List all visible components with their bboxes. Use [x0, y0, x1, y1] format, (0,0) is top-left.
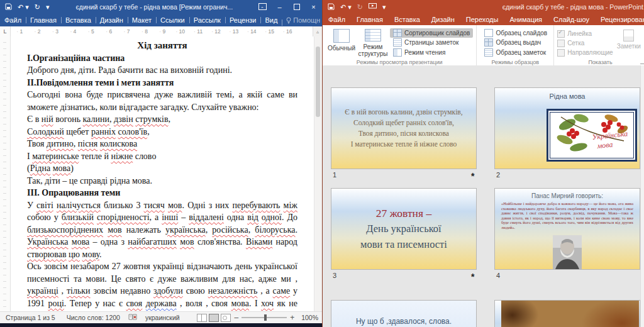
zoom-slider-thumb[interactable]: [264, 314, 267, 321]
customize-qat-icon[interactable]: ▾: [382, 4, 386, 11]
status-right-cluster: – + 100%: [195, 313, 322, 322]
tab-selector[interactable]: L: [0, 26, 11, 36]
word-ribbon-tab[interactable]: Ссылки: [156, 14, 189, 26]
doc-text: ): [70, 164, 74, 173]
ruler-toggle-icon[interactable]: ▵: [313, 26, 322, 36]
close-button[interactable]: ×: [305, 0, 322, 14]
normal-view-button[interactable]: Обычный: [326, 27, 357, 57]
redo-icon[interactable]: ↻: [357, 4, 363, 11]
group-label: Режимы просмотра презентации: [323, 59, 476, 65]
ppt-ribbon-tab[interactable]: Рецензирование: [595, 14, 644, 25]
scrollbar-thumb[interactable]: [316, 47, 320, 117]
slide-thumbnail-4[interactable]: Панас Мирний говорить: «Найбільше і найд…: [495, 189, 640, 269]
slide-thumbnail-6[interactable]: [495, 301, 640, 327]
zoom-slider[interactable]: [242, 317, 287, 318]
doc-paragraph[interactable]: Так, діти – це справді рідна мова.: [27, 175, 297, 187]
doc-paragraph[interactable]: Доброго дня, діти. Рада бачити вас на ви…: [27, 64, 297, 77]
read-mode-icon[interactable]: [197, 314, 207, 322]
misspelled-word: українська: [165, 225, 206, 235]
slide-sorter-button[interactable]: Сортировщик слайдов: [390, 28, 473, 38]
zoom-in-button[interactable]: +: [290, 313, 294, 322]
transition-star-icon: *: [471, 272, 474, 282]
word-tab-list: ФайлГлавнаяВставкаДизайнМакетСсылкиРассы…: [0, 14, 282, 26]
gridlines-checkbox[interactable]: Сетка: [557, 38, 613, 48]
doc-paragraph[interactable]: Твоя дитино, пісня колискова: [27, 138, 297, 150]
doc-text: . Тепер у нас є: [64, 299, 126, 308]
word-ribbon-tab[interactable]: Вставка: [61, 14, 96, 26]
page-indicator[interactable]: Страница 1 из 5: [0, 314, 61, 321]
doc-paragraph[interactable]: ІІІ. Опрацювання теми: [27, 187, 297, 199]
h-ruler-numbers[interactable]: 12345678910111213141516: [11, 26, 313, 36]
doc-paragraph[interactable]: Хід заняття: [27, 40, 297, 52]
doc-text: тепле й: [79, 152, 111, 161]
dialog-launcher-icon[interactable]: [640, 59, 644, 64]
doc-paragraph[interactable]: І.Організаційна частина: [27, 52, 297, 65]
undo-icon[interactable]: ↶ ▾: [340, 4, 352, 11]
redo-icon[interactable]: ↻: [35, 4, 40, 11]
word-ribbon-tab[interactable]: Главная: [26, 14, 61, 26]
restore-button[interactable]: [288, 0, 305, 14]
word-count[interactable]: Число слов: 1200: [61, 314, 126, 321]
zoom-level[interactable]: 100%: [301, 314, 318, 321]
misspelled-word: віддалені: [189, 213, 224, 222]
slide-thumbnail-3[interactable]: 27 жовтня – День української мови та пис…: [331, 189, 476, 269]
undo-icon[interactable]: ↶ ▾: [18, 4, 29, 11]
doc-body[interactable]: Хід заняттяІ.Організаційна частинаДоброг…: [11, 36, 314, 312]
slide4-quote: «Найбільше і найдорожче добро в кожного …: [501, 201, 633, 230]
ppt-ribbon-tab[interactable]: Анимация: [504, 14, 548, 25]
web-layout-icon[interactable]: [221, 314, 231, 322]
save-icon[interactable]: [5, 3, 12, 11]
word-ribbon-tab[interactable]: Дизайн: [96, 14, 128, 26]
group-master-views: Образец слайдов Образец выдач Образец за…: [477, 25, 554, 65]
ruler-checkbox[interactable]: Линейка: [557, 29, 613, 38]
misspelled-word: році: [48, 299, 64, 308]
ppt-ribbon-tab[interactable]: Вставка: [389, 14, 426, 25]
tab-assistant[interactable]: Помощн: [282, 16, 322, 24]
word-ribbon-tab[interactable]: Файл: [0, 14, 26, 26]
ppt-ribbon-tab[interactable]: Слайд-шоу: [548, 14, 595, 25]
ppt-ribbon-tab[interactable]: Файл: [323, 14, 351, 25]
doc-paragraph[interactable]: ІІ.Повідомлення теми і мети заняття: [27, 77, 297, 89]
misspelled-word: Віками: [246, 237, 272, 247]
zoom-out-button[interactable]: –: [234, 313, 238, 322]
notes-button[interactable]: Заметки: [613, 27, 643, 57]
doc-paragraph[interactable]: Ось зовсім незабаром 27 жовтня українці …: [27, 260, 297, 312]
slide-master-button[interactable]: Образец слайдов: [481, 28, 550, 38]
doc-paragraph[interactable]: Сьогодні вона буде присвячена дуже важли…: [27, 89, 297, 113]
slide-number: 2: [496, 171, 500, 179]
notes-page-button[interactable]: Страницы заметок: [390, 38, 473, 47]
doc-paragraph[interactable]: Є в ній вогонь калини, дзвін струмків,: [27, 113, 297, 126]
ppt-ribbon-tab[interactable]: Дизайн: [426, 14, 460, 25]
doc-text: Так, діти – це справді рідна мова.: [27, 176, 152, 186]
word-ribbon-tab[interactable]: Вид: [260, 14, 282, 26]
print-layout-icon[interactable]: [209, 314, 219, 322]
sorter-scrollbar[interactable]: [640, 65, 644, 327]
guides-checkbox[interactable]: Направляющие: [557, 48, 613, 57]
handout-master-button[interactable]: Образец выдач: [481, 38, 550, 47]
word-ribbon-tab[interactable]: Рассылк: [189, 14, 225, 26]
slide-thumbnail-5[interactable]: Ну що б ,здавалося, слова.: [331, 301, 476, 327]
doc-paragraph[interactable]: (Рідна мова): [27, 162, 297, 175]
start-slideshow-icon[interactable]: [369, 3, 377, 11]
doc-paragraph[interactable]: Солодкий щебет ранніх солов'їв,: [27, 126, 297, 138]
word-ribbon-tab[interactable]: Макет: [128, 14, 156, 26]
ppt-ribbon-tab[interactable]: Главная: [351, 14, 389, 25]
language-indicator[interactable]: украинский: [140, 314, 186, 321]
doc-paragraph[interactable]: І материнське тепле й ніжне слово: [27, 150, 297, 163]
slide-thumbnail-2[interactable]: Рідна мова: [495, 88, 640, 169]
ppt-ribbon-tab[interactable]: Переходы: [460, 14, 504, 25]
doc-paragraph[interactable]: У світі налічується близько 3 тисяч мов.…: [27, 199, 297, 261]
customize-qat-icon[interactable]: ▾: [46, 4, 50, 11]
word-ribbon-tab[interactable]: Рецензи: [225, 14, 261, 26]
doc-text: ІІІ. Опрацювання теми: [27, 188, 120, 197]
ruler-number: 10: [172, 28, 189, 35]
proofing-icon[interactable]: [126, 314, 140, 322]
save-icon[interactable]: [328, 3, 335, 11]
minimize-button[interactable]: –: [271, 0, 288, 14]
notes-master-button[interactable]: Образец заметок: [481, 48, 550, 57]
word-vertical-scrollbar[interactable]: [314, 36, 322, 312]
outline-view-button[interactable]: Режим структуры: [357, 27, 389, 57]
reading-view-button[interactable]: Режим чтения: [390, 48, 473, 57]
ribbon-display-options-icon[interactable]: [254, 0, 271, 14]
slide-thumbnail-1[interactable]: Є в ній вогонь калини, дзвін струмків, С…: [331, 88, 476, 169]
